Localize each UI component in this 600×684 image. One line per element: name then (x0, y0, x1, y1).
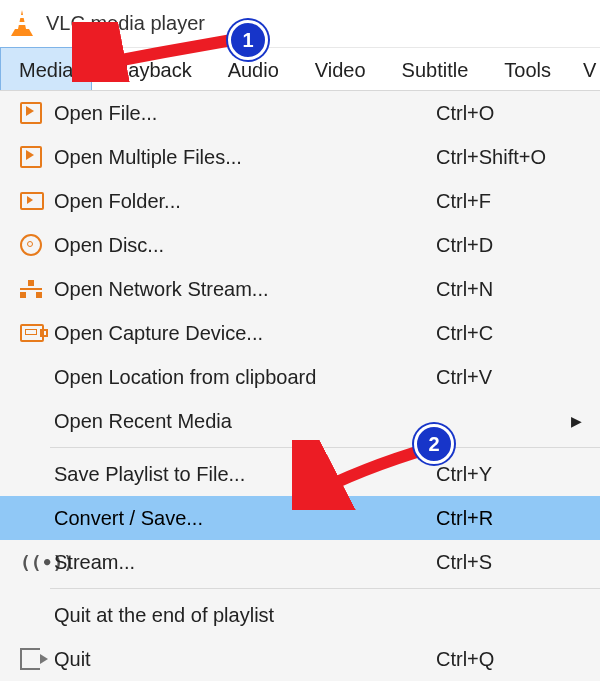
svg-marker-0 (18, 10, 26, 29)
menu-item-icon-slot (20, 280, 54, 298)
menu-item-open-disc[interactable]: Open Disc...Ctrl+D (0, 223, 600, 267)
submenu-arrow-icon: ▶ (571, 413, 582, 429)
menu-item-shortcut: Ctrl+S (436, 551, 576, 574)
menu-item-shortcut: Ctrl+O (436, 102, 576, 125)
vlc-logo-icon (8, 9, 36, 37)
menu-item-icon-slot (20, 146, 54, 168)
menu-item-icon-slot (20, 234, 54, 256)
menu-item-shortcut: Ctrl+V (436, 366, 576, 389)
menu-item-icon-slot: ((•)) (20, 552, 54, 573)
menu-item-label: Open Recent Media (54, 410, 436, 433)
menu-playback[interactable]: Playback (92, 48, 209, 92)
network-icon (20, 280, 42, 298)
menu-item-open-location-from-clipboard[interactable]: Open Location from clipboardCtrl+V (0, 355, 600, 399)
menu-item-icon-slot (20, 648, 54, 670)
menu-item-open-file[interactable]: Open File...Ctrl+O (0, 91, 600, 135)
menu-item-icon-slot (20, 192, 54, 210)
menu-item-label: Open Location from clipboard (54, 366, 436, 389)
menu-item-quit-at-the-end-of-playlist[interactable]: Quit at the end of playlist (0, 593, 600, 637)
menu-item-open-multiple-files[interactable]: Open Multiple Files...Ctrl+Shift+O (0, 135, 600, 179)
menu-item-icon-slot (20, 324, 54, 342)
menu-audio[interactable]: Audio (210, 48, 297, 92)
file-play-icon (20, 146, 42, 168)
menu-subtitle[interactable]: Subtitle (384, 48, 487, 92)
folder-icon (20, 192, 44, 210)
app-title: VLC media player (46, 12, 205, 35)
titlebar: VLC media player (0, 0, 600, 47)
menu-item-label: Open Capture Device... (54, 322, 436, 345)
menu-item-label: Open Disc... (54, 234, 436, 257)
menu-item-open-recent-media[interactable]: Open Recent Media▶ (0, 399, 600, 443)
menu-item-label: Open Folder... (54, 190, 436, 213)
menu-item-label: Quit at the end of playlist (54, 604, 436, 627)
menu-cutoff[interactable]: V (569, 48, 596, 92)
menu-item-label: Save Playlist to File... (54, 463, 436, 486)
menu-item-label: Open Multiple Files... (54, 146, 436, 169)
vlc-window: VLC media player Media Playback Audio Vi… (0, 0, 600, 684)
menu-item-convert-save[interactable]: Convert / Save...Ctrl+R (0, 496, 600, 540)
menu-tools[interactable]: Tools (486, 48, 569, 92)
menubar: Media Playback Audio Video Subtitle Tool… (0, 47, 600, 93)
menu-separator (50, 588, 600, 589)
menu-item-open-folder[interactable]: Open Folder...Ctrl+F (0, 179, 600, 223)
menu-item-shortcut: Ctrl+Q (436, 648, 576, 671)
media-menu-dropdown: Open File...Ctrl+OOpen Multiple Files...… (0, 90, 600, 681)
menu-item-shortcut: Ctrl+R (436, 507, 576, 530)
quit-icon (20, 648, 40, 670)
menu-item-shortcut: Ctrl+Y (436, 463, 576, 486)
menu-item-shortcut: Ctrl+Shift+O (436, 146, 576, 169)
menu-item-icon-slot (20, 102, 54, 124)
svg-rect-1 (19, 15, 25, 18)
menu-item-open-capture-device[interactable]: Open Capture Device...Ctrl+C (0, 311, 600, 355)
menu-item-shortcut: Ctrl+N (436, 278, 576, 301)
svg-marker-3 (11, 29, 33, 36)
menu-item-stream[interactable]: ((•))Stream...Ctrl+S (0, 540, 600, 584)
svg-rect-2 (18, 22, 26, 25)
menu-item-label: Convert / Save... (54, 507, 436, 530)
disc-icon (20, 234, 42, 256)
menu-item-quit[interactable]: QuitCtrl+Q (0, 637, 600, 681)
menu-item-open-network-stream[interactable]: Open Network Stream...Ctrl+N (0, 267, 600, 311)
menu-media[interactable]: Media (0, 47, 92, 93)
menu-item-label: Quit (54, 648, 436, 671)
menu-item-shortcut: Ctrl+F (436, 190, 576, 213)
menu-item-shortcut: Ctrl+C (436, 322, 576, 345)
menu-separator (50, 447, 600, 448)
capture-icon (20, 324, 44, 342)
menu-item-shortcut: Ctrl+D (436, 234, 576, 257)
menu-item-label: Stream... (54, 551, 436, 574)
menu-item-save-playlist-to-file[interactable]: Save Playlist to File...Ctrl+Y (0, 452, 600, 496)
file-play-icon (20, 102, 42, 124)
menu-video[interactable]: Video (297, 48, 384, 92)
menu-item-label: Open File... (54, 102, 436, 125)
menu-item-label: Open Network Stream... (54, 278, 436, 301)
